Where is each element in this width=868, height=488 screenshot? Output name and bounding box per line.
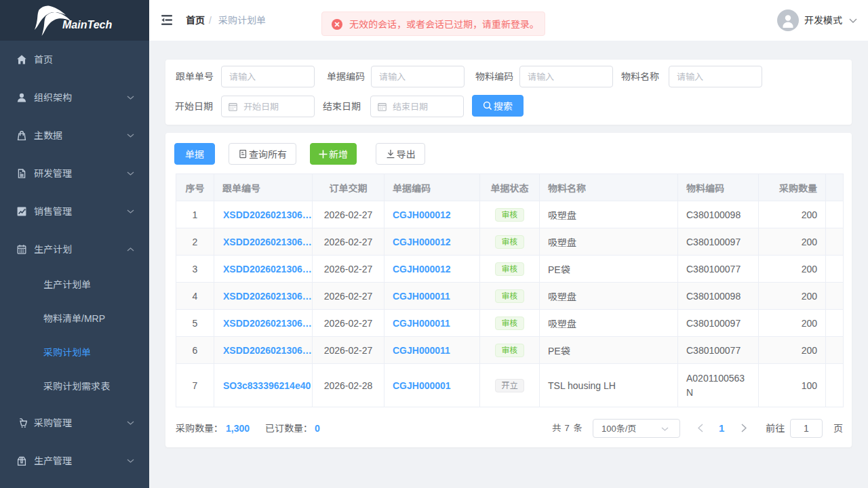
svg-text:MainTech: MainTech — [62, 19, 112, 30]
